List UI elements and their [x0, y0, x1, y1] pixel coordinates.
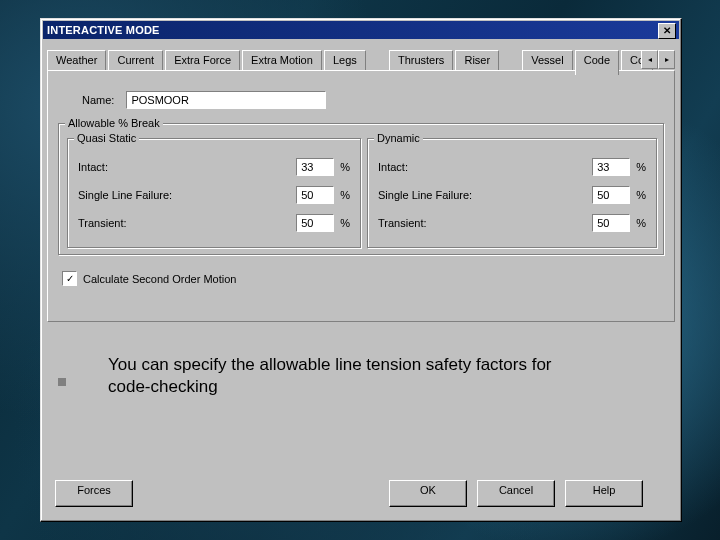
second-order-checkbox[interactable]: ✓ — [62, 271, 77, 286]
name-field[interactable] — [126, 91, 326, 109]
group-dynamic-legend: Dynamic — [374, 132, 423, 144]
qs-transient-label: Transient: — [78, 217, 296, 229]
pct-label: % — [636, 189, 646, 201]
dy-single-field[interactable] — [592, 186, 630, 204]
cancel-button[interactable]: Cancel — [477, 480, 555, 507]
pct-label: % — [340, 217, 350, 229]
tab-code[interactable]: Code — [575, 50, 619, 75]
pct-label: % — [340, 161, 350, 173]
tabstrip: Weather Current Extra Force Extra Motion… — [47, 49, 675, 71]
tab-page-code: Name: Allowable % Break Quasi Static Int… — [47, 70, 675, 322]
window-title: INTERACTIVE MODE — [47, 24, 160, 36]
group-quasi-static: Quasi Static Intact: % Single Line Failu… — [67, 138, 361, 248]
group-allowable-break-legend: Allowable % Break — [65, 117, 163, 129]
tab-scroll-right-icon[interactable]: ▸ — [658, 50, 675, 69]
second-order-label: Calculate Second Order Motion — [83, 273, 236, 285]
qs-transient-field[interactable] — [296, 214, 334, 232]
qs-single-label: Single Line Failure: — [78, 189, 296, 201]
dy-intact-field[interactable] — [592, 158, 630, 176]
group-quasi-static-legend: Quasi Static — [74, 132, 139, 144]
dialog-window: INTERACTIVE MODE ✕ Weather Current Extra… — [40, 18, 682, 522]
name-label: Name: — [82, 94, 114, 106]
titlebar[interactable]: INTERACTIVE MODE ✕ — [43, 21, 679, 39]
dy-transient-label: Transient: — [378, 217, 592, 229]
pct-label: % — [340, 189, 350, 201]
slide-caption: You can specify the allowable line tensi… — [108, 354, 578, 398]
dy-single-label: Single Line Failure: — [378, 189, 592, 201]
pct-label: % — [636, 161, 646, 173]
close-icon[interactable]: ✕ — [658, 23, 676, 39]
pct-label: % — [636, 217, 646, 229]
group-dynamic: Dynamic Intact: % Single Line Failure: %… — [367, 138, 657, 248]
dy-transient-field[interactable] — [592, 214, 630, 232]
forces-button[interactable]: Forces — [55, 480, 133, 507]
qs-single-field[interactable] — [296, 186, 334, 204]
tab-scroll: ◂ ▸ — [641, 50, 675, 69]
qs-intact-label: Intact: — [78, 161, 296, 173]
help-button[interactable]: Help — [565, 480, 643, 507]
dy-intact-label: Intact: — [378, 161, 592, 173]
ok-button[interactable]: OK — [389, 480, 467, 507]
window-client: Weather Current Extra Force Extra Motion… — [47, 43, 675, 515]
group-allowable-break: Allowable % Break Quasi Static Intact: %… — [58, 123, 664, 255]
qs-intact-field[interactable] — [296, 158, 334, 176]
name-row: Name: — [82, 91, 326, 109]
tab-scroll-left-icon[interactable]: ◂ — [641, 50, 658, 69]
second-order-row[interactable]: ✓ Calculate Second Order Motion — [62, 271, 236, 286]
slide-bullet-icon — [58, 378, 66, 386]
